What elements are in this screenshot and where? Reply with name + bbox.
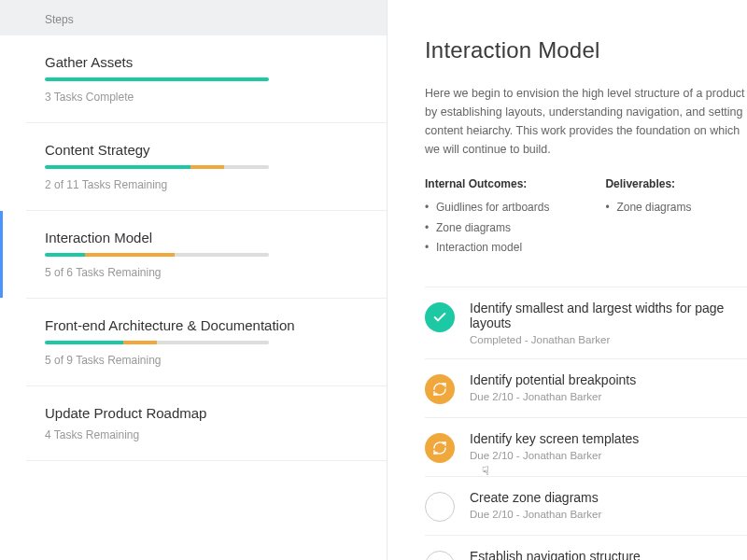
progress-bar: [45, 165, 269, 169]
step-title: Content Strategy: [45, 142, 368, 158]
outcomes-heading: Internal Outcomes:: [425, 177, 549, 190]
step-meta: 5 of 9 Tasks Remaining: [45, 354, 368, 367]
tasks-list: Identify smallest and largest widths for…: [425, 287, 747, 560]
deliverables-heading: Deliverables:: [605, 177, 691, 190]
progress-bar: [45, 77, 269, 81]
task-title: Establish navigation structure: [470, 549, 747, 560]
step-title: Interaction Model: [45, 230, 368, 245]
sync-icon[interactable]: [425, 433, 455, 463]
task-title: Identify potential breakpoints: [470, 372, 747, 387]
sync-icon[interactable]: [425, 374, 455, 404]
outcome-item: Zone diagrams: [436, 218, 549, 239]
outcome-item: Interaction model: [436, 238, 549, 259]
step-item[interactable]: Front-end Architecture & Documentation 5…: [26, 299, 387, 386]
task-body: Identify key screen templates Due 2/10 -…: [470, 431, 747, 461]
task-body: Identify smallest and largest widths for…: [470, 301, 747, 345]
task-row[interactable]: Identify key screen templates Due 2/10 -…: [425, 418, 747, 477]
step-meta: 2 of 11 Tasks Remaining: [45, 178, 368, 191]
step-item[interactable]: Interaction Model 5 of 6 Tasks Remaining: [26, 211, 387, 299]
sidebar-header: Steps: [0, 0, 387, 35]
step-meta: 4 Tasks Remaining: [45, 428, 368, 441]
task-body: Create zone diagrams Due 2/10 - Jonathan…: [470, 490, 747, 520]
task-title: Identify smallest and largest widths for…: [470, 301, 747, 330]
task-title: Identify key screen templates: [470, 431, 747, 446]
check-icon[interactable]: [425, 302, 455, 332]
task-body: Identify potential breakpoints Due 2/10 …: [470, 372, 747, 402]
page-description: Here we begin to envision the high level…: [425, 84, 747, 159]
task-row[interactable]: Create zone diagrams Due 2/10 - Jonathan…: [425, 477, 747, 536]
task-meta: Due 2/10 - Jonathan Barker: [470, 509, 747, 520]
task-row[interactable]: Identify potential breakpoints Due 2/10 …: [425, 359, 747, 418]
sidebar: Steps Gather Assets 3 Tasks Complete Con…: [0, 0, 388, 560]
step-meta: 5 of 6 Tasks Remaining: [45, 266, 368, 279]
page-title: Interaction Model: [425, 37, 747, 63]
task-meta: Completed - Jonathan Barker: [470, 334, 747, 345]
outcome-item: Guidlines for artboards: [436, 198, 549, 218]
step-item[interactable]: Content Strategy 2 of 11 Tasks Remaining: [26, 123, 387, 211]
progress-bar: [45, 341, 269, 344]
info-columns: Internal Outcomes: Guidlines for artboar…: [425, 177, 747, 259]
deliverables-list: Zone diagrams: [605, 198, 691, 218]
task-meta: Due 2/10 - Jonathan Barker: [470, 450, 747, 461]
step-item[interactable]: Gather Assets 3 Tasks Complete: [26, 35, 387, 123]
step-title: Front-end Architecture & Documentation: [45, 317, 368, 333]
step-title: Update Product Roadmap: [45, 405, 368, 421]
outcomes-column: Internal Outcomes: Guidlines for artboar…: [425, 177, 549, 259]
main-content: Interaction Model Here we begin to envis…: [388, 0, 747, 560]
progress-bar: [45, 253, 269, 257]
step-title: Gather Assets: [45, 54, 368, 70]
step-meta: 3 Tasks Complete: [45, 91, 368, 104]
outcomes-list: Guidlines for artboardsZone diagramsInte…: [425, 198, 549, 259]
empty-circle-icon[interactable]: [425, 492, 455, 522]
deliverable-item: Zone diagrams: [616, 198, 691, 218]
deliverables-column: Deliverables: Zone diagrams: [605, 177, 691, 259]
task-body: Establish navigation structure Unassigne…: [470, 549, 747, 560]
empty-circle-icon[interactable]: [425, 551, 455, 560]
step-item[interactable]: Update Product Roadmap 4 Tasks Remaining: [26, 386, 387, 461]
task-row[interactable]: Establish navigation structure Unassigne…: [425, 536, 747, 560]
task-row[interactable]: Identify smallest and largest widths for…: [425, 287, 747, 359]
task-title: Create zone diagrams: [470, 490, 747, 505]
task-meta: Due 2/10 - Jonathan Barker: [470, 391, 747, 402]
